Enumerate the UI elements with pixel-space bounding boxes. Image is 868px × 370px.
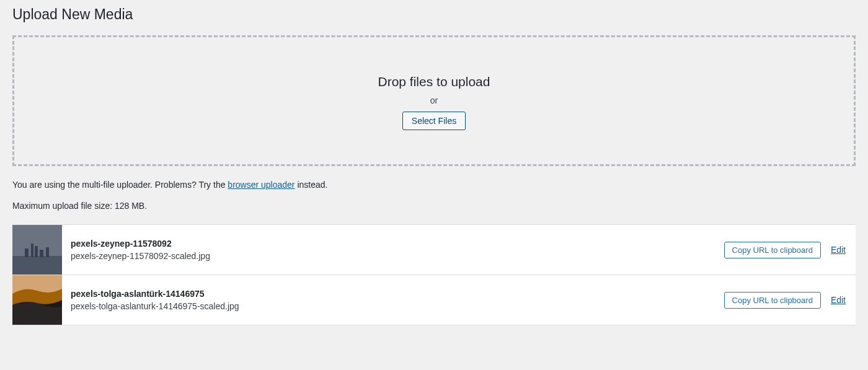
uploader-note-prefix: You are using the multi-file uploader. P… xyxy=(12,180,228,190)
thumbnail-image-icon xyxy=(12,225,62,275)
svg-rect-2 xyxy=(25,249,29,257)
svg-rect-6 xyxy=(46,247,49,257)
svg-rect-3 xyxy=(31,244,33,257)
browser-uploader-link[interactable]: browser uploader xyxy=(228,180,294,190)
media-actions: Copy URL to clipboard Edit xyxy=(724,292,856,309)
uploader-note-suffix: instead. xyxy=(295,180,328,190)
media-item: pexels-zeynep-11578092 pexels-zeynep-115… xyxy=(12,225,856,275)
svg-rect-1 xyxy=(12,256,62,275)
edit-link[interactable]: Edit xyxy=(831,245,846,255)
media-list: pexels-zeynep-11578092 pexels-zeynep-115… xyxy=(12,224,856,325)
svg-rect-5 xyxy=(40,250,43,257)
media-item: pexels-tolga-aslantürk-14146975 pexels-t… xyxy=(12,275,856,325)
media-thumbnail xyxy=(12,275,62,325)
media-filename: pexels-tolga-aslanturk-14146975-scaled.j… xyxy=(71,301,715,311)
drop-title: Drop files to upload xyxy=(27,74,841,89)
copy-url-button[interactable]: Copy URL to clipboard xyxy=(724,292,821,309)
media-title: pexels-tolga-aslantürk-14146975 xyxy=(71,289,715,299)
copy-url-button[interactable]: Copy URL to clipboard xyxy=(724,242,821,258)
uploader-note: You are using the multi-file uploader. P… xyxy=(12,180,856,190)
edit-link[interactable]: Edit xyxy=(831,295,846,305)
drop-or: or xyxy=(27,95,841,105)
page-title: Upload New Media xyxy=(12,6,856,23)
thumbnail-image-icon xyxy=(12,275,62,325)
media-title: pexels-zeynep-11578092 xyxy=(71,239,715,249)
media-actions: Copy URL to clipboard Edit xyxy=(724,242,856,258)
media-filename: pexels-zeynep-11578092-scaled.jpg xyxy=(71,251,715,261)
media-info: pexels-zeynep-11578092 pexels-zeynep-115… xyxy=(62,232,724,267)
svg-rect-4 xyxy=(35,246,38,257)
max-upload-size: Maximum upload file size: 128 MB. xyxy=(12,201,856,211)
select-files-button[interactable]: Select Files xyxy=(402,112,466,130)
media-thumbnail xyxy=(12,225,62,275)
media-info: pexels-tolga-aslantürk-14146975 pexels-t… xyxy=(62,283,724,317)
drop-zone[interactable]: Drop files to upload or Select Files xyxy=(12,35,856,166)
